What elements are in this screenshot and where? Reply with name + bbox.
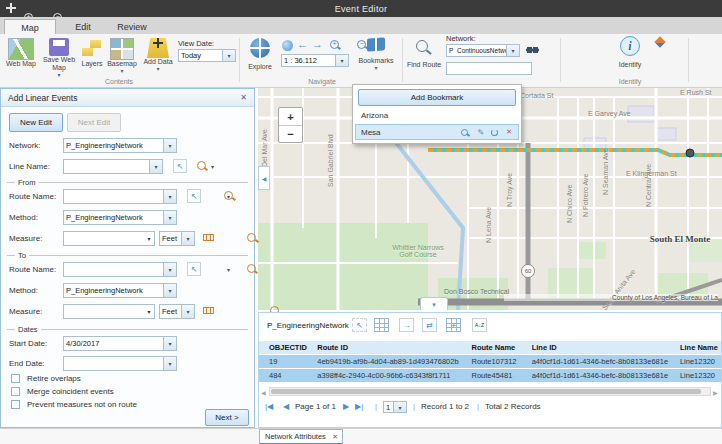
- bookmark-label: Arizona: [355, 111, 388, 120]
- highway-shield: 60: [521, 264, 535, 278]
- street-label: N Troy Ave: [506, 173, 513, 207]
- contents-group-label: Contents: [0, 78, 238, 85]
- to-select-on-map-icon[interactable]: ↖: [187, 262, 201, 276]
- ribbon-tab-strip: Map Edit Review: [0, 17, 722, 35]
- identify-button[interactable]: i Identify: [608, 36, 652, 69]
- to-zoom-caret-icon[interactable]: ▾: [227, 267, 230, 273]
- retire-overlaps-checkbox[interactable]: [11, 374, 20, 383]
- to-measure-ruler-icon[interactable]: [203, 307, 214, 314]
- binoculars-icon[interactable]: [526, 46, 539, 54]
- map-zoom-in-button[interactable]: +: [279, 108, 302, 126]
- line-zoom-icon[interactable]: [197, 161, 206, 170]
- page-number-select[interactable]: 1 ▾: [383, 401, 407, 413]
- select-line-on-map-icon[interactable]: ↖: [173, 159, 187, 173]
- collapse-table-arrow[interactable]: ▼: [420, 297, 448, 310]
- next-button[interactable]: Next >: [205, 409, 249, 426]
- select-records-icon[interactable]: ↖: [352, 318, 367, 332]
- scrollbar-thumb[interactable]: [271, 389, 701, 394]
- tab-review[interactable]: Review: [106, 19, 158, 34]
- collapse-panel-arrow[interactable]: ◀: [258, 166, 270, 190]
- pushpin-icon[interactable]: [654, 36, 665, 47]
- last-page-button[interactable]: ▶|: [355, 401, 363, 413]
- to-method-select[interactable]: P_EngineeringNetwork ▾: [63, 283, 177, 298]
- window-title: Event Editor: [0, 4, 722, 14]
- bookmark-edit-icon[interactable]: ✎: [477, 128, 484, 137]
- prevent-measures-checkbox[interactable]: [11, 400, 20, 409]
- from-measure-input[interactable]: ▾: [63, 231, 155, 246]
- table-row[interactable]: 484 a398ff4c-2940-4c00-96b6-c6343f8f1711…: [259, 369, 721, 382]
- route-input[interactable]: [446, 62, 532, 75]
- column-header-line-id[interactable]: Line ID: [532, 341, 678, 354]
- line-zoom-caret-icon[interactable]: ▾: [211, 164, 214, 170]
- from-method-select[interactable]: P_EngineeringNetwork ▾: [63, 210, 177, 225]
- next-extent-icon[interactable]: →: [312, 38, 323, 50]
- start-date-select[interactable]: 4/30/2017 ▾: [63, 336, 177, 351]
- bottom-tab-bar: Network Attributes ✕: [0, 428, 722, 444]
- find-route-label: Find Route: [406, 61, 442, 69]
- new-edit-button[interactable]: New Edit: [9, 113, 63, 132]
- add-bookmark-button[interactable]: Add Bookmark: [358, 89, 516, 106]
- combo-caret-icon: ▾: [144, 308, 154, 315]
- bookmark-zoom-icon[interactable]: [461, 129, 468, 136]
- previous-page-button[interactable]: ◀: [283, 401, 289, 413]
- scroll-left-arrow[interactable]: ◀: [261, 387, 266, 399]
- table-options-icon[interactable]: [374, 318, 389, 332]
- attribute-set-icon[interactable]: +: [446, 318, 461, 332]
- add-bookmark-label: Add Bookmark: [411, 93, 463, 102]
- from-measure-zoom-icon[interactable]: [247, 233, 256, 242]
- column-header-objectid[interactable]: OBJECTID: [259, 341, 315, 354]
- network-select[interactable]: P_ContinuousNetwork ▾: [446, 44, 520, 57]
- column-header-line-name[interactable]: Line Name: [680, 341, 720, 354]
- ribbon-zoom-in-icon[interactable]: +: [330, 40, 339, 49]
- table-row[interactable]: 19 4eb9419b-af9b-4d04-ab89-1d493476802b …: [259, 355, 721, 368]
- from-select-on-map-icon[interactable]: ↖: [187, 189, 201, 203]
- view-date-select[interactable]: Today ▾: [178, 49, 236, 62]
- to-route-name-select[interactable]: ▾: [63, 262, 177, 277]
- merge-coincident-checkbox[interactable]: [11, 387, 20, 396]
- basemap-label: Basemap: [104, 60, 140, 68]
- map-zoom-out-button[interactable]: −: [279, 126, 302, 142]
- to-unit-select[interactable]: Feet ▾: [159, 304, 195, 319]
- street-label: E Klingerman St: [626, 170, 677, 177]
- basemap-button[interactable]: Basemap ▾: [104, 38, 140, 74]
- end-date-select[interactable]: ▾: [63, 356, 177, 371]
- zoom-to-selection-icon[interactable]: →: [399, 318, 414, 332]
- panel-network-select[interactable]: P_EngineeringNetwork ▾: [63, 138, 177, 153]
- to-zoom-icon[interactable]: [247, 264, 256, 273]
- network-arrow-icon: ▾: [506, 45, 519, 56]
- find-route-button[interactable]: Find Route: [406, 40, 442, 69]
- pan-to-selection-icon[interactable]: ⇄: [422, 318, 437, 332]
- from-route-name-select[interactable]: ▾: [63, 189, 177, 204]
- web-map-button[interactable]: Web Map: [4, 38, 38, 68]
- bookmarks-button[interactable]: Bookmarks ▾: [354, 38, 398, 71]
- bookmark-item-arizona[interactable]: Arizona: [355, 108, 519, 122]
- column-header-route-id[interactable]: Route ID: [317, 341, 469, 354]
- sort-ascending-icon[interactable]: A↓Z: [472, 318, 487, 332]
- column-header-route-name[interactable]: Route Name: [471, 341, 529, 354]
- tab-edit[interactable]: Edit: [60, 19, 106, 34]
- horizontal-scrollbar[interactable]: [269, 387, 711, 396]
- tab-close-icon[interactable]: ✕: [332, 433, 342, 441]
- bookmark-delete-icon[interactable]: ✕: [506, 128, 512, 136]
- network-attributes-tab[interactable]: Network Attributes ✕: [259, 429, 343, 444]
- full-extent-globe-icon[interactable]: [282, 40, 293, 51]
- map-scale-select[interactable]: 1 : 36.112 ▾: [281, 54, 349, 67]
- next-page-button[interactable]: ▶: [343, 401, 349, 413]
- bookmark-refresh-icon[interactable]: [491, 129, 498, 136]
- add-data-button[interactable]: Add Data ▾: [140, 38, 176, 72]
- from-zoom-caret-icon[interactable]: ▾: [227, 194, 230, 200]
- from-measure-ruler-icon[interactable]: [203, 234, 214, 241]
- scroll-right-arrow[interactable]: ▶: [713, 387, 718, 399]
- left-triangle-glyph: ◀: [262, 175, 267, 182]
- save-web-map-button[interactable]: Save Web Map ▾: [40, 38, 78, 78]
- bookmark-item-mesa[interactable]: Mesa ✎ ✕: [355, 124, 519, 140]
- previous-extent-icon[interactable]: ←: [297, 38, 308, 50]
- line-name-select[interactable]: ▾: [63, 159, 163, 174]
- next-edit-button[interactable]: Next Edit: [67, 113, 121, 132]
- to-measure-input[interactable]: ▾: [63, 304, 155, 319]
- from-unit-select[interactable]: Feet ▾: [159, 231, 195, 246]
- to-route-name-label: Route Name:: [9, 265, 56, 274]
- explore-button[interactable]: Explore: [244, 38, 276, 71]
- first-page-button[interactable]: |◀: [265, 401, 273, 413]
- panel-close-icon[interactable]: ✕: [240, 93, 254, 102]
